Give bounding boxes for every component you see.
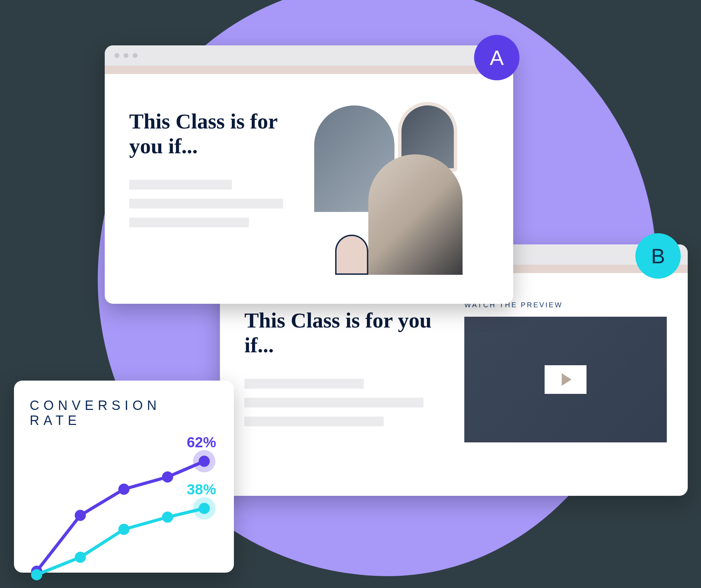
variant-b-badge-label: B [651, 244, 665, 268]
series-b-value: 38% [187, 481, 216, 498]
placeholder-line [244, 398, 423, 407]
series-a-point [75, 510, 86, 521]
window-dot-icon [115, 53, 119, 58]
placeholder-line [129, 218, 249, 227]
conversion-chart: 62% 38% [30, 435, 218, 582]
series-a-point [118, 484, 130, 495]
person-image-2 [368, 154, 463, 275]
placeholder-line [244, 417, 384, 426]
series-a-value: 62% [187, 435, 216, 450]
conversion-rate-card: CONVERSION RATE 62% 38% [14, 381, 234, 573]
variant-a-heading: This Class is for you if... [129, 109, 300, 159]
series-b-point [162, 512, 173, 523]
arch-decoration-icon [335, 235, 368, 275]
video-preview-thumbnail[interactable] [464, 317, 667, 442]
window-dot-icon [133, 53, 138, 58]
variant-a-image-collage [314, 105, 496, 286]
series-b-point [199, 503, 210, 514]
variant-a-badge: A [474, 35, 519, 80]
variant-a-window: This Class is for you if... [105, 45, 513, 304]
series-b-point [31, 569, 42, 580]
conversion-title: CONVERSION RATE [30, 398, 218, 428]
play-icon [562, 373, 571, 386]
variant-a-badge-label: A [490, 46, 504, 70]
placeholder-line [129, 199, 283, 208]
play-button[interactable] [545, 365, 586, 394]
series-b-point [118, 524, 130, 535]
accent-bar [105, 66, 513, 74]
variant-b-badge: B [635, 233, 681, 279]
series-a-line [37, 461, 204, 571]
series-a-point [199, 456, 210, 467]
titlebar-a [105, 45, 513, 66]
variant-b-heading: This Class is for you if... [244, 308, 443, 358]
series-a-point [162, 471, 173, 483]
series-b-point [75, 552, 86, 563]
placeholder-line [244, 379, 364, 389]
placeholder-line [129, 180, 232, 190]
window-dot-icon [124, 53, 128, 58]
